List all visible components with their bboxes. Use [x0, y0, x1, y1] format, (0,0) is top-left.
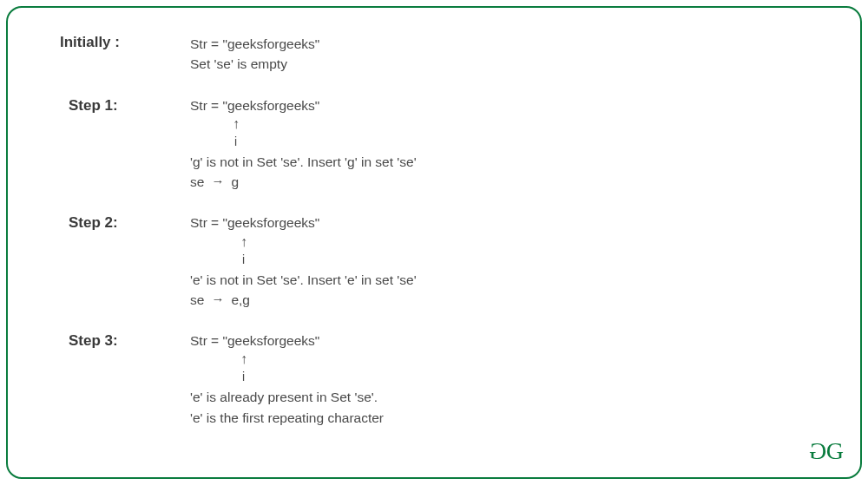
step-str: Str = "geeksforgeeks"	[190, 331, 808, 351]
arrow-right-icon: →	[211, 172, 224, 192]
pointer-label: i	[242, 251, 245, 269]
initially-set: Set 'se' is empty	[190, 54, 808, 74]
step-explain: 'e' is not in Set 'se'. Insert 'e' in se…	[190, 270, 808, 290]
step-3: Step 3:Str = "geeksforgeeks"↑i'e' is alr…	[60, 331, 808, 428]
arrow-up-icon: ↑	[240, 235, 247, 249]
initially-row: Initially : Str = "geeksforgeeks" Set 's…	[60, 34, 808, 75]
pointer-label: i	[234, 133, 237, 151]
step-label: Step 3:	[60, 331, 190, 350]
step-result: 'e' is the first repeating character	[190, 408, 808, 428]
arrow-up-icon: ↑	[240, 352, 247, 366]
se-value: g	[231, 172, 239, 192]
se-value: e,g	[231, 290, 250, 310]
initially-str: Str = "geeksforgeeks"	[190, 34, 808, 54]
diagram-frame: Initially : Str = "geeksforgeeks" Set 's…	[6, 6, 862, 479]
pointer-i: ↑i	[190, 351, 808, 387]
step-2: Step 2:Str = "geeksforgeeks"↑i'e' is not…	[60, 213, 808, 310]
step-se: se→g	[190, 172, 808, 192]
initially-label: Initially :	[60, 34, 190, 51]
gfg-logo: GG	[810, 437, 843, 465]
step-se: se→e,g	[190, 290, 808, 310]
arrow-right-icon: →	[211, 290, 224, 310]
step-explain: 'g' is not in Set 'se'. Insert 'g' in se…	[190, 152, 808, 172]
step-1: Step 1:Str = "geeksforgeeks"↑i'g' is not…	[60, 95, 808, 193]
step-content: Str = "geeksforgeeks"↑i'e' is already pr…	[190, 331, 808, 428]
step-str: Str = "geeksforgeeks"	[190, 95, 808, 115]
step-str: Str = "geeksforgeeks"	[190, 213, 808, 233]
step-label: Step 1:	[60, 95, 190, 115]
step-explain: 'e' is already present in Set 'se'.	[190, 387, 808, 407]
steps-container: Step 1:Str = "geeksforgeeks"↑i'g' is not…	[60, 95, 808, 428]
pointer-i: ↑i	[190, 115, 808, 152]
initially-content: Str = "geeksforgeeks" Set 'se' is empty	[190, 34, 808, 75]
pointer-label: i	[242, 368, 245, 386]
pointer-i: ↑i	[190, 233, 808, 270]
arrow-up-icon: ↑	[233, 117, 240, 131]
step-content: Str = "geeksforgeeks"↑i'g' is not in Set…	[190, 95, 808, 193]
se-prefix: se	[190, 172, 204, 192]
step-label: Step 2:	[60, 213, 190, 232]
step-content: Str = "geeksforgeeks"↑i'e' is not in Set…	[190, 213, 808, 310]
se-prefix: se	[190, 290, 204, 310]
